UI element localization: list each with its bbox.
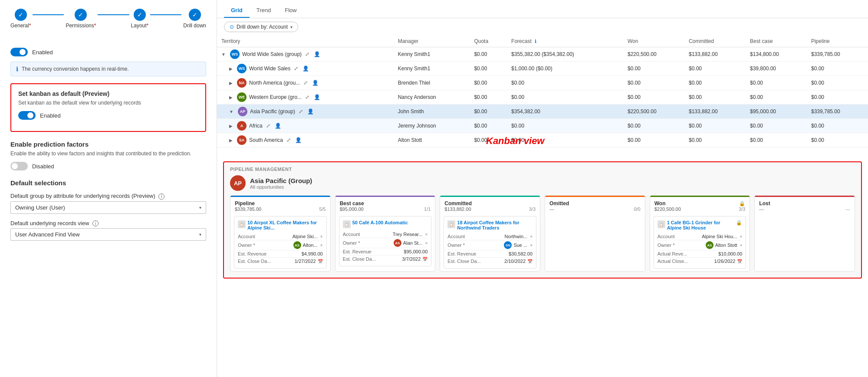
card-close-text: 1/26/2022 (714, 259, 735, 264)
kanban-card[interactable]: 📋 50 Café A-100 Automatic Account Trey R… (339, 216, 432, 266)
person-icon[interactable]: 👤 (302, 66, 309, 72)
kanban-card[interactable]: 📋 1 Café BG-1 Grinder for Alpine Ski Hou… (654, 216, 746, 269)
committed-cell: $0.00 (684, 119, 746, 133)
card-account-label: Account (238, 234, 255, 239)
kanban-col-amount: --- (759, 207, 764, 212)
person-icon[interactable]: 👤 (312, 80, 319, 86)
bestcase-cell: $0.00 (746, 90, 807, 105)
card-account-row: Account Alpine Ski... × (238, 233, 323, 240)
view-value: User Advanced Find View (15, 231, 80, 238)
card-revenue-text: $30,582.00 (509, 251, 533, 256)
card-close-text: 3/7/2022 (402, 256, 421, 262)
view-select[interactable]: User Advanced Find View ▾ (10, 228, 206, 241)
territory-name: South America (249, 137, 283, 143)
enabled-toggle[interactable] (10, 48, 28, 56)
calendar-icon[interactable]: 📅 (318, 259, 323, 264)
card-revenue-label: Est. Revenue (238, 251, 266, 256)
step-permissions: ✓ Permissions* (66, 9, 96, 29)
group-by-select[interactable]: Owning User (User) ▾ (10, 201, 206, 214)
expand-icon[interactable]: ▶ (229, 81, 233, 85)
card-owner-remove[interactable]: × (740, 243, 743, 248)
card-revenue-row: Est. Revenue $95,000.00 (343, 248, 428, 256)
person-icon[interactable]: 👤 (314, 51, 320, 57)
kanban-column: Best case $95,000.00 1/1 📋 50 Café A-100… (335, 195, 436, 272)
expand-icon[interactable]: ▼ (229, 109, 233, 114)
card-close-row: Actual Close... 1/26/2022 📅 (658, 258, 743, 265)
card-account-remove[interactable]: × (740, 234, 743, 239)
kanban-col-amount-row: --- --- (759, 207, 850, 212)
expand-icon[interactable]: ▼ (221, 52, 226, 57)
step-general-label: General* (10, 23, 31, 29)
lock-icon: 🔒 (739, 201, 745, 207)
link-icon[interactable]: ⤢ (305, 94, 309, 100)
kanban-section-title: Set kanban as default (Preview) (18, 90, 198, 97)
link-icon[interactable]: ⤢ (266, 123, 270, 129)
kanban-card[interactable]: 📋 18 Airpot Coffee Makers for Northwind … (444, 216, 536, 269)
kanban-enabled-label: Enabled (40, 112, 61, 119)
kanban-columns: Pipeline $339,785.00 5/5 📋 10 Airpot XL … (230, 195, 855, 272)
won-cell: $0.00 (623, 90, 684, 105)
table-row: ▶ SA South America ⤢ 👤 Alton Stott$0.00$… (217, 133, 868, 148)
view-info-icon[interactable]: i (92, 220, 99, 226)
card-account-remove[interactable]: × (425, 232, 428, 237)
card-owner-val: SN Sue ... × (504, 241, 533, 249)
kanban-column: Won 🔒 $220,500.00 3/3 📋 1 Café BG-1 Grin… (650, 195, 750, 272)
card-owner-remove[interactable]: × (425, 241, 428, 246)
expand-icon[interactable]: ▶ (229, 124, 233, 128)
calendar-icon[interactable]: 📅 (527, 259, 533, 264)
card-revenue-label: Actual Reve... (658, 251, 687, 256)
card-owner-remove[interactable]: × (320, 243, 323, 248)
card-owner-row: Owner * SN Sue ... × (447, 240, 533, 250)
card-icon: 📋 (447, 220, 455, 228)
link-icon[interactable]: ⤢ (305, 51, 309, 57)
link-icon[interactable]: ⤢ (294, 66, 298, 72)
table-row: ▼ AP Asia Pacific (group) ⤢ 👤 John Smith… (217, 105, 868, 119)
card-account-row: Account Northwin... × (447, 233, 533, 240)
expand-icon[interactable]: ▶ (229, 95, 233, 100)
prediction-toggle-row: Disabled (10, 162, 206, 170)
card-close-val: 3/7/2022 📅 (402, 256, 428, 262)
tab-flow[interactable]: Flow (278, 3, 303, 18)
card-account-val: Trey Resear... × (393, 232, 428, 237)
card-revenue-val: $10,000.00 (718, 251, 742, 256)
tab-grid[interactable]: Grid (224, 3, 250, 18)
right-panel: Grid Trend Flow ⊙ Drill down by: Account… (217, 0, 868, 377)
forecast-cell: $0.00 (507, 90, 623, 105)
card-account-remove[interactable]: × (320, 234, 323, 239)
card-revenue-row: Est. Revenue $30,582.00 (447, 250, 533, 258)
territory-cell: ▶ WS World Wide Sales ⤢ 👤 (217, 62, 394, 76)
card-account-remove[interactable]: × (530, 234, 533, 239)
bestcase-cell: $39,800.00 (746, 62, 807, 76)
link-icon[interactable]: ⤢ (299, 108, 303, 115)
link-icon[interactable]: ⤢ (303, 80, 308, 86)
kanban-card[interactable]: 📋 10 Airpot XL Coffee Makers for Alpine … (234, 216, 327, 269)
person-icon[interactable]: 👤 (275, 123, 281, 129)
col-bestcase: Best case (746, 36, 807, 47)
link-icon[interactable]: ⤢ (286, 137, 291, 143)
expand-icon[interactable]: ▶ (229, 138, 233, 143)
group-by-info-icon[interactable]: i (158, 193, 164, 200)
territory-name: World Wide Sales (group) (242, 51, 302, 57)
kanban-enabled-toggle[interactable] (18, 111, 36, 120)
card-account-val: Alpine Ski... × (293, 234, 323, 239)
territory-avatar: WS (237, 64, 247, 73)
kanban-group-title: Asia Pacific (Group) (250, 177, 312, 184)
kanban-col-header: Lost --- --- (755, 196, 855, 213)
card-owner-remove[interactable]: × (530, 243, 533, 248)
committed-cell: $0.00 (684, 90, 746, 105)
card-lock-icon: 🔒 (736, 220, 742, 226)
col-committed: Committed (684, 36, 746, 47)
prediction-toggle[interactable] (10, 162, 28, 170)
person-icon[interactable]: 👤 (307, 108, 314, 115)
enabled-label: Enabled (32, 49, 53, 56)
expand-icon[interactable]: ▶ (229, 66, 233, 71)
card-account-text: Alpine Ski Hou... (702, 234, 737, 239)
col-won: Won (623, 36, 684, 47)
person-icon[interactable]: 👤 (295, 137, 302, 143)
calendar-icon[interactable]: 📅 (422, 257, 427, 262)
kanban-col-amount: --- (549, 207, 554, 212)
person-icon[interactable]: 👤 (314, 94, 320, 100)
tab-trend[interactable]: Trend (250, 3, 278, 18)
calendar-icon[interactable]: 📅 (737, 259, 742, 264)
drilldown-button[interactable]: ⊙ Drill down by: Account ▾ (224, 22, 298, 32)
